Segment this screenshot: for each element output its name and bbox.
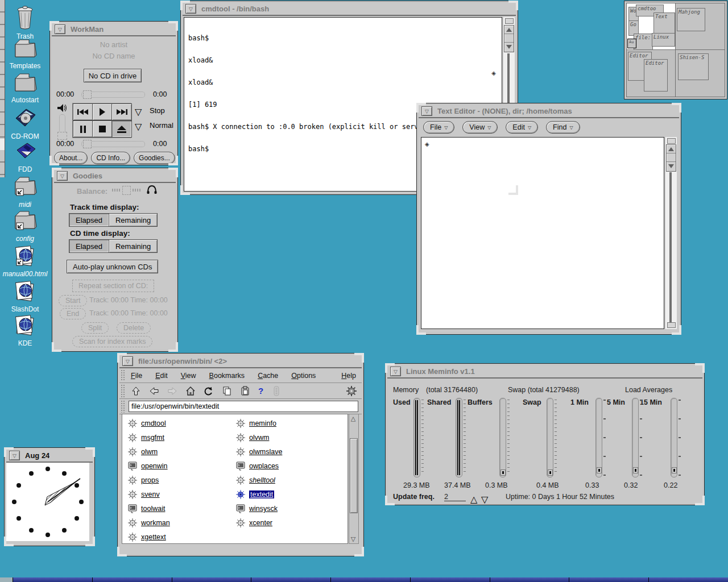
volume-slider[interactable]	[59, 114, 65, 139]
scroll-up-icon[interactable]	[667, 145, 676, 153]
file-item[interactable]: cmdtool	[128, 418, 166, 429]
file-item[interactable]: openwin	[128, 460, 168, 472]
resize-corner[interactable]	[4, 447, 14, 457]
taskbar-button[interactable]	[93, 577, 172, 582]
texteditor-scrollbar[interactable]	[665, 137, 677, 329]
file-item[interactable]: svenv	[128, 489, 160, 500]
file-item[interactable]: olwmslave	[236, 446, 282, 458]
goodies-titlebar[interactable]: ▽ Goodies	[54, 170, 176, 183]
view-menu-button[interactable]: View▽	[462, 121, 498, 134]
texteditor-textarea[interactable]: ◈	[421, 137, 664, 329]
file-menu-button[interactable]: File▽	[423, 121, 454, 134]
pager-desktop-4[interactable]: Shisen-S	[675, 49, 725, 97]
menu-options[interactable]: Options	[291, 372, 316, 380]
desktop-icon-slashdot[interactable]: SlashDot	[0, 280, 50, 313]
file-link[interactable]: workman	[141, 519, 170, 527]
pager-mini-icon[interactable]: Au	[627, 39, 636, 48]
file-item[interactable]: xgettext	[128, 531, 166, 543]
gear-icon[interactable]	[346, 385, 357, 397]
file-item-selected[interactable]: textedit	[236, 489, 274, 500]
cd-info-button[interactable]: CD Info...	[91, 152, 130, 164]
taskbar-button[interactable]	[172, 577, 251, 582]
file-item[interactable]: msgfmt	[128, 432, 164, 443]
scroll-down-icon[interactable]: ▽	[349, 535, 357, 543]
menu-view[interactable]: View	[181, 372, 196, 380]
pager-mini-window[interactable]: Text	[653, 13, 675, 35]
scroll-down-icon[interactable]	[667, 162, 676, 170]
pager-desktop-1[interactable]: Wo cmdtoo Text Go file: Linux Au	[626, 3, 676, 51]
file-link[interactable]: xgettext	[141, 533, 166, 541]
scrollbar-anchor[interactable]	[505, 18, 514, 24]
next-track-button[interactable]	[111, 103, 132, 120]
url-input[interactable]	[129, 401, 358, 412]
spinner-down-icon[interactable]: ▽	[481, 494, 488, 505]
menu-edit[interactable]: Edit	[155, 372, 168, 380]
clock-titlebar[interactable]: ▽ Aug 24	[6, 450, 93, 463]
toolbar-grip[interactable]	[121, 400, 125, 413]
taskbar-button[interactable]	[331, 577, 410, 582]
help-icon[interactable]: ?	[258, 386, 263, 396]
cd-remaining-option[interactable]: Remaining	[109, 239, 158, 253]
taskbar-button[interactable]	[411, 577, 490, 582]
taskbar-button[interactable]	[490, 577, 569, 582]
stop-icon[interactable]	[271, 386, 282, 396]
desktop-icon-manual-html[interactable]: manual00.html	[0, 244, 50, 278]
resize-corner[interactable]	[117, 353, 127, 363]
workman-titlebar[interactable]: ▽ WorkMan	[52, 23, 176, 36]
file-item[interactable]: owplaces	[236, 460, 279, 472]
file-item[interactable]: props	[128, 475, 159, 486]
desktop-icon-templates[interactable]: Templates	[0, 38, 50, 70]
file-item[interactable]: toolwait	[128, 503, 165, 514]
resize-corner[interactable]	[672, 103, 681, 113]
resize-corner[interactable]	[168, 156, 178, 165]
cmdtool-titlebar[interactable]: ▽ cmdtool - /bin/bash	[183, 3, 516, 16]
balance-slider[interactable]	[122, 186, 131, 195]
resize-corner[interactable]	[672, 325, 681, 335]
file-link[interactable]: svenv	[141, 490, 160, 498]
file-link-symlink[interactable]: shelltool	[249, 476, 275, 484]
stop-button[interactable]	[92, 120, 113, 138]
resize-corner[interactable]	[695, 363, 705, 373]
scrollbar-elevator[interactable]	[504, 25, 514, 52]
scrollbar-thumb[interactable]	[350, 438, 358, 513]
file-link[interactable]: msgfmt	[141, 434, 164, 442]
delete-button[interactable]: Delete	[117, 322, 151, 334]
resize-corner[interactable]	[354, 353, 364, 363]
resize-corner[interactable]	[508, 1, 518, 10]
edit-menu-button[interactable]: Edit▽	[506, 121, 538, 134]
taskbar-button[interactable]	[0, 577, 13, 582]
autoplay-button[interactable]: Auto-play unknown CDs	[67, 260, 158, 273]
pager-mini-window[interactable]: Mahjong	[677, 8, 705, 31]
resize-corner[interactable]	[354, 547, 364, 556]
filelist-scrollbar[interactable]: △ ▽	[349, 414, 359, 544]
scroll-down-icon[interactable]	[504, 43, 514, 51]
resize-corner[interactable]	[695, 496, 705, 505]
scroll-up-icon[interactable]: △	[349, 414, 357, 423]
repeat-section-button[interactable]: Repeat section of CD:	[72, 280, 154, 292]
cd-elapsed-option[interactable]: Elapsed	[69, 239, 109, 253]
file-link[interactable]: xcenter	[249, 519, 272, 527]
menu-help[interactable]: Help	[341, 372, 356, 380]
resize-corner[interactable]	[168, 168, 178, 177]
desktop-icon-midi[interactable]: midi	[0, 175, 50, 209]
pager-mini-window[interactable]: Linux	[652, 33, 675, 47]
file-item[interactable]: olwm	[128, 446, 158, 458]
resize-corner[interactable]	[385, 496, 395, 505]
home-icon[interactable]	[185, 386, 196, 396]
pager-desktop-2[interactable]: Mahjong	[675, 3, 725, 51]
scan-index-button[interactable]: Scan for index marks	[72, 336, 152, 347]
taskbar-button[interactable]	[569, 577, 648, 582]
file-item[interactable]: olvwm	[236, 432, 269, 443]
play-mode-dropdown[interactable]: ▽	[135, 106, 142, 117]
file-link[interactable]: olwmslave	[249, 448, 282, 456]
resize-corner[interactable]	[168, 342, 178, 352]
copy-icon[interactable]	[222, 386, 232, 396]
slider-thumb[interactable]	[57, 132, 67, 140]
file-link[interactable]: toolwait	[141, 505, 165, 513]
resize-corner[interactable]	[49, 21, 59, 31]
spinner-up-icon[interactable]: △	[470, 494, 477, 505]
scrollbar-elevator[interactable]	[666, 144, 676, 172]
back-icon[interactable]	[149, 386, 159, 396]
previous-track-button[interactable]	[73, 103, 93, 120]
desktop-icon-config[interactable]: config	[0, 209, 50, 243]
